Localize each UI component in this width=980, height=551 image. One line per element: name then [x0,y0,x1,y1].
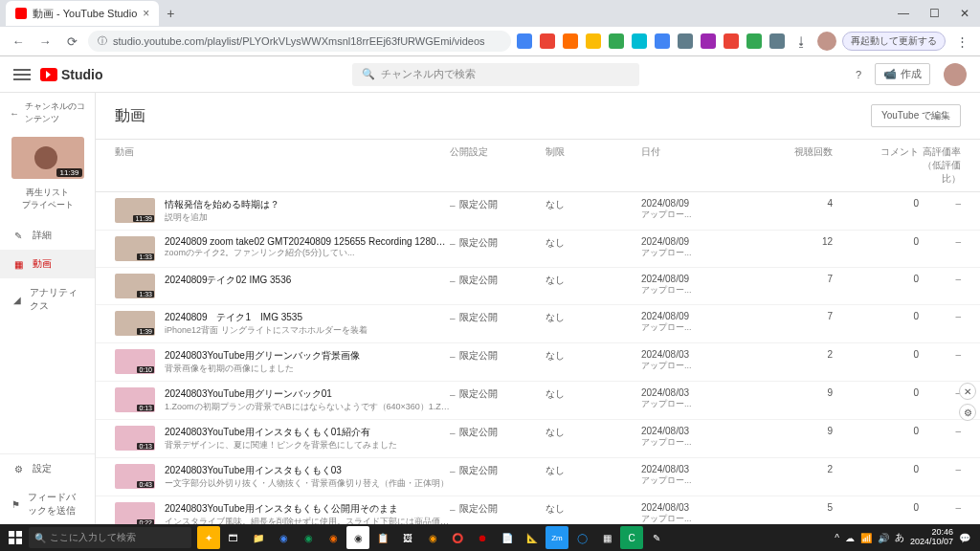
extension-icon[interactable] [517,33,532,49]
profile-avatar[interactable] [817,32,836,51]
extension-icon[interactable] [609,33,624,49]
video-title[interactable]: 20240803YouTube用グリーンバック背景画像 [165,349,450,363]
extension-icon[interactable] [540,33,555,49]
extension-icon[interactable] [586,33,601,49]
update-pill[interactable]: 再起動して更新する [842,32,946,51]
create-icon: 📹 [883,68,897,80]
edit-on-youtube-button[interactable]: YouTube で編集 [871,104,961,127]
cell-comments: 0 [833,198,919,209]
cell-comments: 0 [833,426,919,436]
cell-likes: – [919,236,961,247]
cell-visibility: 限定公開 [450,349,546,363]
window-close-icon[interactable]: ✕ [949,0,980,27]
chrome-menu-icon[interactable]: ⋮ [951,31,972,52]
video-title[interactable]: 20240809 zoom take02 GMT20240809 125655 … [165,236,450,247]
menu-icon[interactable] [13,69,31,80]
video-thumbnail[interactable]: 1:33 [115,236,155,261]
video-thumbnail[interactable]: 1:33 [115,274,155,298]
video-title[interactable]: 情報発信を始める時期は？ [165,198,450,211]
cell-likes: – [919,349,961,360]
table-row[interactable]: 0:1320240803YouTube用グリーンバック011.Zoomの初期プラ… [96,382,980,420]
table-row[interactable]: 1:3920240809 テイク1 IMG 3535iPhone12背面 リング… [96,305,980,343]
new-tab-button[interactable]: + [159,6,182,21]
nav-icon: ⚙ [11,464,25,474]
extension-icon[interactable] [678,33,693,49]
video-thumbnail[interactable]: 0:10 [115,349,155,374]
search-placeholder: チャンネル内で検索 [381,67,476,81]
table-row[interactable]: 11:39情報発信を始める時期は？説明を追加限定公開なし2024/08/09アッ… [96,192,980,231]
address-bar[interactable]: ⓘ studio.youtube.com/playlist/PLYOrkVLys… [88,31,511,52]
video-title[interactable]: 20240803YouTube用インスタもくもく01紹介有 [165,426,450,439]
cell-restrictions: なし [546,464,641,477]
video-description: 背景デザインに、夏に関連！ピンクを背景色にしてみました [165,439,450,452]
thumb-duration: 11:39 [56,168,81,177]
extension-icon[interactable] [746,33,762,49]
help-icon[interactable]: ? [856,69,861,80]
extension-icon[interactable] [724,33,739,49]
sidebar-bottom-フィードバックを送信[interactable]: ⚑フィードバックを送信 [0,483,95,525]
video-info: 20240803YouTube用インスタもくもく03ー文字部分以外切り抜く・人物… [165,464,450,490]
playlist-thumbnail[interactable]: 11:39 [11,137,84,179]
cell-visibility: 限定公開 [450,198,546,211]
extension-icon[interactable] [632,33,647,49]
col-comments: コメント [833,145,919,186]
create-button[interactable]: 📹 作成 [875,63,930,85]
extension-icon[interactable] [563,33,578,49]
duration-badge: 1:39 [137,328,154,335]
video-title[interactable]: 20240803YouTube用インスタもくもく03 [165,464,450,477]
tab-close-icon[interactable]: × [143,7,149,20]
sidebar-item-動画[interactable]: ▦動画 [0,250,95,278]
video-info: 20240809テイク02 IMG 3536 [165,274,450,287]
table-row[interactable]: 1:3320240809テイク02 IMG 3536限定公開なし2024/08/… [96,268,980,305]
playlist-meta: 再生リスト プライベート [0,183,95,215]
cell-comments: 0 [833,349,919,360]
duration-badge: 1:33 [137,253,154,260]
video-thumbnail[interactable]: 1:39 [115,311,155,336]
sidebar-back[interactable]: ← チャンネルのコンテンツ [0,93,95,133]
video-description: 説明を追加 [165,211,450,224]
extension-icon[interactable] [655,33,670,49]
window-controls: — ☐ ✕ [888,0,980,27]
extension-icon[interactable] [701,33,716,49]
window-minimize-icon[interactable]: — [888,0,919,27]
site-info-icon[interactable]: ⓘ [98,34,107,48]
table-row[interactable]: 1:3320240809 zoom take02 GMT20240809 125… [96,231,980,268]
browser-tab[interactable]: 動画 - YouTube Studio × [6,1,159,26]
video-thumbnail[interactable]: 0:43 [115,464,155,489]
channel-search-input[interactable]: 🔍 チャンネル内で検索 [352,63,639,86]
video-thumbnail[interactable]: 11:39 [115,198,155,223]
video-thumbnail[interactable]: 0:22 [115,502,155,525]
cell-visibility: 限定公開 [450,274,546,287]
table-row[interactable]: 0:4320240803YouTube用インスタもくもく03ー文字部分以外切り抜… [96,458,980,496]
table-row[interactable]: 0:1020240803YouTube用グリーンバック背景画像背景画像を初期の画… [96,343,980,382]
table-header: 動画 公開設定 制限 日付 視聴回数 コメント 高評価率（低評価比） [96,139,980,192]
sidebar-bottom-設定[interactable]: ⚙設定 [0,454,95,483]
sidebar-item-アナリティクス[interactable]: ◢アナリティクス [0,278,95,320]
window-maximize-icon[interactable]: ☐ [919,0,949,27]
nav-reload-icon[interactable]: ⟳ [61,31,82,52]
cell-date: 2024/08/03アップロー... [641,502,746,525]
video-title[interactable]: 20240809 テイク1 IMG 3535 [165,311,450,324]
nav-forward-icon[interactable]: → [34,31,56,52]
sidebar-item-詳細[interactable]: ✎詳細 [0,221,95,250]
downloads-icon[interactable]: ⭳ [791,31,812,52]
nav-icon: ▦ [11,259,25,270]
account-avatar[interactable] [944,63,967,86]
logo-text: Studio [61,67,103,82]
cell-visibility: 限定公開 [450,502,546,516]
extension-icon[interactable] [769,33,785,49]
table-row[interactable]: 0:2220240803YouTube用インスタもくもく公開用そのままインスタラ… [96,496,980,525]
video-description: ー文字部分以外切り抜く・人物抜く・背景画像切り替え（作曲・正体明） [165,477,450,490]
float-close-icon[interactable]: ✕ [959,383,976,400]
col-likes: 高評価率（低評価比） [919,145,961,186]
video-title[interactable]: 20240803YouTube用インスタもくもく公開用そのまま [165,502,450,516]
nav-back-icon[interactable]: ← [8,31,29,52]
cell-likes: – [919,387,961,398]
video-thumbnail[interactable]: 0:13 [115,387,155,412]
video-thumbnail[interactable]: 0:13 [115,426,155,451]
studio-logo[interactable]: Studio [40,67,103,82]
float-gear-icon[interactable]: ⚙ [959,404,976,421]
video-title[interactable]: 20240803YouTube用グリーンバック01 [165,387,450,401]
video-title[interactable]: 20240809テイク02 IMG 3536 [165,274,450,287]
table-row[interactable]: 0:1320240803YouTube用インスタもくもく01紹介有背景デザインに… [96,420,980,458]
